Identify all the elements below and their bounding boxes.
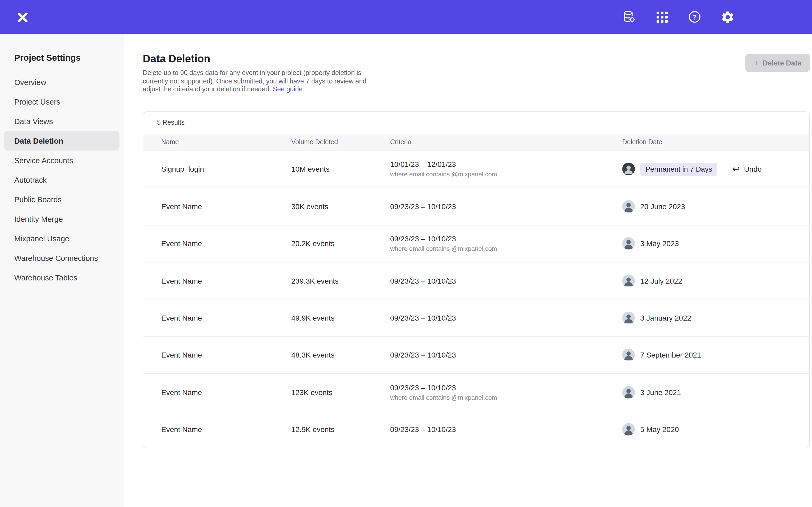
deletion-date-text: 12 July 2022 [640,277,682,285]
criteria-range: 09/23/23 – 10/10/23 [390,383,622,392]
column-header-deletion-date: Deletion Date [622,138,809,146]
undo-icon: ↩ [732,165,740,174]
sidebar: Project Settings Overview Project Users … [0,34,124,507]
cell-deletion-date: 3 May 2023 [622,237,809,250]
sidebar-item-data-deletion[interactable]: Data Deletion [4,131,119,151]
cell-criteria: 09/23/23 – 10/10/23 [390,313,622,323]
topbar-actions: ? [622,9,735,24]
settings-icon[interactable] [720,9,735,24]
see-guide-link[interactable]: See guide [273,86,303,93]
main-content: Data Deletion Delete up to 90 days data … [124,34,812,507]
deletion-date-text: 7 September 2021 [640,351,701,359]
cell-name: Event Name [161,388,291,397]
cell-name: Event Name [161,351,291,359]
table-row: Event Name 30K events 09/23/23 – 10/10/2… [143,187,809,225]
deletion-date-text: 3 June 2021 [640,388,681,397]
criteria-range: 09/23/23 – 10/10/23 [390,350,622,360]
avatar [622,386,635,399]
avatar [622,423,635,436]
app-window: ? Project Settings Overview Project User… [0,0,812,507]
cell-deletion-date: 3 January 2022 [622,312,809,324]
cell-name: Signup_login [161,165,291,173]
table-row: Event Name 12.9K events 09/23/23 – 10/10… [143,411,809,448]
cell-deletion-date: 5 May 2020 [622,423,809,436]
cell-name: Event Name [161,202,291,211]
cell-criteria: 09/23/23 – 10/10/23 where email contains… [390,383,622,402]
help-icon[interactable]: ? [687,9,702,24]
avatar [622,312,635,324]
cell-volume: 48.3K events [291,351,390,359]
cell-volume: 49.9K events [291,314,390,322]
cell-criteria: 09/23/23 – 10/10/23 [390,425,622,434]
cell-name: Event Name [161,277,291,285]
criteria-range: 09/23/23 – 10/10/23 [390,313,622,323]
criteria-filter: where email contains @mixpanel.com [390,393,622,402]
cell-volume: 20.2K events [291,239,390,248]
column-header-name: Name [161,138,291,146]
sidebar-item-overview[interactable]: Overview [4,72,119,92]
cell-volume: 30K events [291,202,390,211]
criteria-range: 09/23/23 – 10/10/23 [390,276,622,285]
table-row: Event Name 239.3K events 09/23/23 – 10/1… [143,262,809,299]
sidebar-item-autotrack[interactable]: Autotrack [4,170,119,189]
avatar [622,163,635,176]
cell-criteria: 09/23/23 – 10/10/23 [390,202,622,211]
cell-name: Event Name [161,425,291,434]
page-header-text: Data Deletion Delete up to 90 days data … [143,53,379,94]
page-title: Data Deletion [143,53,379,65]
deletion-date-text: 20 June 2023 [640,202,685,211]
avatar [622,237,635,250]
results-count: 5 Results [143,112,809,133]
deletion-table-card: 5 Results Name Volume Deleted Criteria D… [143,111,810,448]
delete-data-button[interactable]: + Delete Data [745,54,810,72]
data-management-icon[interactable] [622,9,637,24]
sidebar-item-mixpanel-usage[interactable]: Mixpanel Usage [4,229,119,248]
sidebar-item-data-views[interactable]: Data Views [4,111,119,131]
column-header-criteria: Criteria [390,138,622,146]
cell-deletion-date: Permanent in 7 Days ↩ Undo [622,163,809,176]
table-row: Signup_login 10M events 10/01/23 – 12/01… [143,151,809,188]
table-row: Event Name 48.3K events 09/23/23 – 10/10… [143,336,809,374]
sidebar-item-warehouse-connections[interactable]: Warehouse Connections [4,248,119,268]
cell-name: Event Name [161,239,291,248]
criteria-range: 09/23/23 – 10/10/23 [390,425,622,434]
cell-deletion-date: 7 September 2021 [622,349,809,361]
deletion-date-text: 3 May 2023 [640,239,679,248]
table-header-row: Name Volume Deleted Criteria Deletion Da… [143,133,809,151]
delete-data-button-label: Delete Data [763,59,801,67]
mixpanel-logo-icon[interactable] [15,9,31,25]
criteria-range: 10/01/23 – 12/01/23 [390,160,622,169]
table-row: Event Name 123K events 09/23/23 – 10/10/… [143,374,809,411]
table-row: Event Name 20.2K events 09/23/23 – 10/10… [143,225,809,262]
cell-criteria: 09/23/23 – 10/10/23 [390,276,622,285]
plus-icon: + [754,58,759,67]
topbar: ? [0,0,812,34]
cell-volume: 239.3K events [291,277,390,285]
avatar [622,200,635,213]
undo-button-label: Undo [744,165,762,173]
sidebar-item-warehouse-tables[interactable]: Warehouse Tables [4,268,119,287]
cell-volume: 12.9K events [291,425,390,434]
help-glyph: ? [689,11,701,23]
sidebar-item-public-boards[interactable]: Public Boards [4,189,119,209]
status-badge: Permanent in 7 Days [640,163,717,176]
criteria-range: 09/23/23 – 10/10/23 [390,202,622,211]
sidebar-item-identity-merge[interactable]: Identity Merge [4,209,119,229]
avatar [622,274,635,287]
deletion-date-text: 5 May 2020 [640,425,679,434]
cell-deletion-date: 12 July 2022 [622,274,809,287]
apps-grid-icon[interactable] [654,9,669,24]
criteria-filter: where email contains @mixpanel.com [390,170,622,179]
page-description: Delete up to 90 days data for any event … [143,69,379,94]
undo-button[interactable]: ↩ Undo [732,165,762,174]
cell-name: Event Name [161,314,291,322]
cell-deletion-date: 3 June 2021 [622,386,809,399]
table-row: Event Name 49.9K events 09/23/23 – 10/10… [143,299,809,336]
sidebar-item-project-users[interactable]: Project Users [4,92,119,111]
sidebar-item-service-accounts[interactable]: Service Accounts [4,151,119,170]
cell-criteria: 09/23/23 – 10/10/23 [390,350,622,360]
avatar [622,349,635,361]
cell-volume: 123K events [291,388,390,397]
deletion-date-text: 3 January 2022 [640,314,691,322]
apps-grid-glyph [656,11,667,22]
